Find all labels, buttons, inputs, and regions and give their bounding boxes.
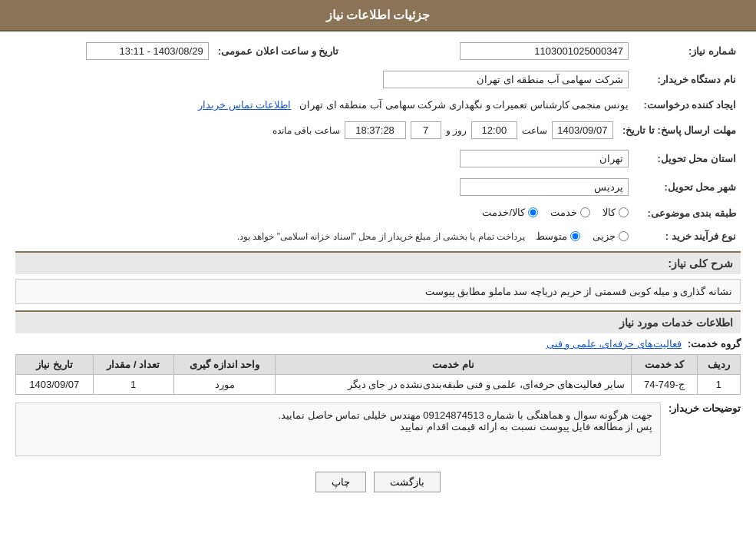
- deadline-label: مهلت ارسال پاسخ: تا تاریخ:: [618, 118, 741, 142]
- purchase-option-jozi[interactable]: جزیی: [593, 230, 629, 242]
- province-label: استان محل تحویل:: [633, 147, 741, 171]
- purchase-radio-jozi[interactable]: [619, 231, 629, 241]
- deadline-time-label: ساعت: [522, 125, 547, 136]
- service-group-row: گروه خدمت: فعالیت‌های حرفه‌ای، علمی و فن…: [15, 338, 741, 350]
- deadline-time: 12:00: [471, 121, 517, 139]
- col-header-service-name: نام خدمت: [276, 355, 632, 375]
- col-header-quantity: تعداد / مقدار: [93, 355, 173, 375]
- services-table: ردیف کد خدمت نام خدمت واحد اندازه گیری ت…: [15, 354, 741, 395]
- need-desc-label: شرح کلی نیاز:: [669, 257, 733, 270]
- deadline-date: 1403/09/07: [552, 121, 613, 139]
- col-header-service-code: کد خدمت: [632, 355, 698, 375]
- button-group: بازگشت چاپ: [15, 472, 741, 492]
- buyer-org-value: شرکت سهامی آب منطقه ای تهران: [383, 71, 629, 88]
- table-row: 1 ج-749-74 سایر فعالیت‌های حرفه‌ای، علمی…: [16, 375, 741, 395]
- creator-value: یونس منجمی کارشناس تعمیرات و نگهداری شرک…: [299, 99, 629, 111]
- need-desc-section-title: شرح کلی نیاز:: [15, 251, 741, 274]
- deadline-remaining: 18:37:28: [345, 121, 406, 139]
- cell-service-code: ج-749-74: [632, 375, 698, 395]
- category-label: طبقه بندی موضوعی:: [633, 204, 741, 223]
- category-radio-kala[interactable]: [619, 207, 629, 217]
- cell-service-name: سایر فعالیت‌های حرفه‌ای، علمی و فنی طبقه…: [276, 375, 632, 395]
- deadline-days: 7: [411, 121, 441, 139]
- creator-label: ایجاد کننده درخواست:: [633, 96, 741, 114]
- purchase-option-motavasset[interactable]: متوسط: [536, 230, 580, 242]
- category-radio-khedmat[interactable]: [580, 207, 590, 217]
- category-radio-kala-khedmat[interactable]: [528, 207, 538, 217]
- category-radio-group: کالا خدمت کالا/خدمت: [482, 207, 629, 218]
- deadline-remaining-label: ساعت باقی مانده: [272, 125, 340, 136]
- category-option-2[interactable]: خدمت: [550, 207, 590, 218]
- purchase-label-motavasset: متوسط: [536, 230, 567, 242]
- cell-row-num: 1: [697, 375, 740, 395]
- cell-date: 1403/09/07: [16, 375, 94, 395]
- creator-link[interactable]: اطلاعات تماس خریدار: [198, 99, 291, 111]
- city-value: پردیس: [460, 178, 629, 196]
- buyer-comments-label: توضیحات خریدار:: [669, 399, 741, 414]
- purchase-radio-motavasset[interactable]: [570, 231, 580, 241]
- col-header-row-num: ردیف: [697, 355, 740, 375]
- page-header: جزئیات اطلاعات نیاز: [0, 0, 756, 31]
- purchase-type-label: نوع فرآیند خرید :: [633, 227, 741, 245]
- buyer-org-label: نام دستگاه خریدار:: [633, 68, 741, 91]
- service-group-label: گروه خدمت:: [688, 338, 741, 350]
- need-number-label: شماره نیاز:: [633, 39, 741, 63]
- category-label-khedmat: خدمت: [550, 207, 577, 218]
- buyer-comments-content: جهت هرگونه سوال و هماهنگی با شماره 09124…: [15, 399, 661, 459]
- purchase-radio-group: جزیی متوسط: [536, 230, 629, 242]
- cell-quantity: 1: [93, 375, 173, 395]
- category-option-1[interactable]: کالا: [602, 207, 629, 218]
- category-label-kala: کالا: [602, 207, 616, 218]
- buyer-comments-section: توضیحات خریدار: جهت هرگونه سوال و هماهنگ…: [15, 399, 741, 459]
- category-label-kala-khedmat: کالا/خدمت: [482, 207, 525, 218]
- print-button[interactable]: چاپ: [315, 472, 366, 492]
- page-title: جزئیات اطلاعات نیاز: [326, 8, 431, 22]
- back-button[interactable]: بازگشت: [374, 472, 441, 492]
- city-label: شهر محل تحویل:: [633, 175, 741, 199]
- col-header-date: تاریخ نیاز: [16, 355, 94, 375]
- need-desc-box: نشانه گذاری و میله کوبی قسمتی از حریم در…: [15, 279, 741, 304]
- services-section-title: اطلاعات خدمات مورد نیاز: [15, 310, 741, 333]
- buyer-comments-value: جهت هرگونه سوال و هماهنگی با شماره 09124…: [15, 403, 661, 456]
- deadline-days-label: روز و: [446, 125, 467, 136]
- service-group-value[interactable]: فعالیت‌های حرفه‌ای، علمی و فنی: [546, 338, 682, 350]
- purchase-note: پرداخت تمام یا بخشی از مبلغ خریدار از مح…: [237, 231, 525, 242]
- col-header-unit: واحد اندازه گیری: [173, 355, 276, 375]
- announcement-label: تاریخ و ساعت اعلان عمومی:: [213, 39, 344, 63]
- province-value: تهران: [460, 150, 629, 167]
- purchase-label-jozi: جزیی: [593, 230, 616, 242]
- need-desc-value: نشانه گذاری و میله کوبی قسمتی از حریم در…: [425, 286, 732, 297]
- cell-unit: مورد: [173, 375, 276, 395]
- category-option-3[interactable]: کالا/خدمت: [482, 207, 538, 218]
- announcement-value: 1403/08/29 - 13:11: [86, 42, 209, 60]
- need-number-value: 1103001025000347: [460, 42, 629, 60]
